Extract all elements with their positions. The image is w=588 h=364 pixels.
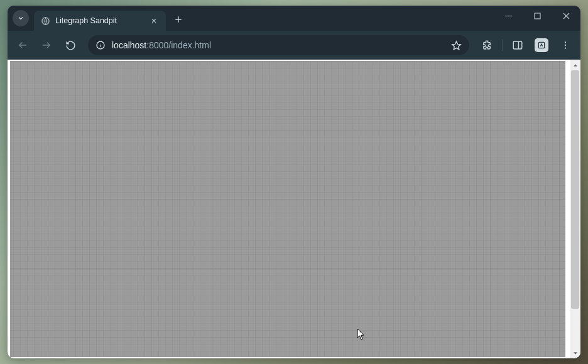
- browser-window: Litegraph Sandpit: [8, 6, 580, 358]
- window-maximize-button[interactable]: [523, 6, 552, 26]
- litegraph-canvas[interactable]: [10, 61, 565, 357]
- url-text: localhost:8000/index.html: [112, 40, 444, 50]
- info-icon: [95, 40, 106, 50]
- new-tab-button[interactable]: [170, 11, 187, 28]
- star-icon: [451, 40, 462, 51]
- svg-point-13: [101, 43, 101, 44]
- scrollbar-thumb[interactable]: [571, 70, 579, 309]
- arrow-left-icon: [17, 40, 28, 51]
- svg-point-19: [565, 45, 566, 46]
- tab-close-button[interactable]: [148, 15, 160, 26]
- window-controls: [494, 6, 580, 31]
- chevron-up-icon: [572, 62, 579, 68]
- page: [8, 60, 580, 358]
- arrow-right-icon: [41, 40, 52, 51]
- tab-active[interactable]: Litegraph Sandpit: [34, 11, 166, 31]
- globe-icon: [40, 16, 50, 26]
- extensions-button[interactable]: [477, 35, 497, 55]
- back-button[interactable]: [13, 35, 33, 55]
- reload-icon: [65, 40, 76, 51]
- chevron-down-icon: [17, 14, 24, 22]
- svg-rect-15: [513, 41, 522, 49]
- address-bar[interactable]: localhost:8000/index.html: [88, 35, 469, 55]
- profile-extension-button[interactable]: [531, 35, 552, 55]
- side-panel-button[interactable]: [508, 35, 528, 55]
- svg-marker-14: [452, 41, 460, 49]
- window-minimize-button[interactable]: [494, 6, 523, 26]
- close-icon: [151, 18, 157, 24]
- url-path: /index.html: [168, 40, 211, 50]
- search-tabs-button[interactable]: [13, 10, 29, 26]
- toolbar: localhost:8000/index.html: [8, 31, 580, 60]
- scroll-down-button[interactable]: [570, 348, 580, 358]
- minimize-icon: [505, 13, 512, 19]
- bookmark-button[interactable]: [449, 38, 463, 52]
- panel-right-icon: [512, 40, 523, 51]
- url-host: localhost: [112, 40, 146, 50]
- scroll-up-button[interactable]: [570, 60, 580, 70]
- site-info-button[interactable]: [94, 39, 107, 51]
- svg-marker-21: [574, 64, 577, 66]
- chevron-down-icon: [572, 350, 579, 356]
- svg-rect-17: [538, 42, 544, 48]
- svg-marker-22: [574, 352, 577, 354]
- svg-rect-6: [535, 13, 540, 19]
- vertical-scrollbar[interactable]: [570, 60, 580, 358]
- toolbar-separator: [502, 40, 503, 51]
- tab-strip: Litegraph Sandpit: [8, 6, 580, 31]
- puzzle-icon: [481, 40, 493, 51]
- window-close-button[interactable]: [552, 6, 580, 26]
- maximize-icon: [534, 13, 541, 19]
- dots-vertical-icon: [560, 40, 570, 50]
- ext-badge-icon: [535, 38, 548, 52]
- plus-icon: [174, 15, 183, 24]
- menu-button[interactable]: [555, 35, 575, 55]
- reload-button[interactable]: [60, 35, 80, 55]
- forward-button[interactable]: [36, 35, 57, 55]
- tab-title: Litegraph Sandpit: [55, 16, 143, 25]
- close-icon: [563, 13, 570, 19]
- url-port: :8000: [146, 40, 168, 50]
- svg-point-20: [565, 48, 566, 49]
- viewport: [8, 60, 580, 358]
- svg-point-18: [565, 41, 566, 43]
- scrollbar-track[interactable]: [570, 70, 580, 348]
